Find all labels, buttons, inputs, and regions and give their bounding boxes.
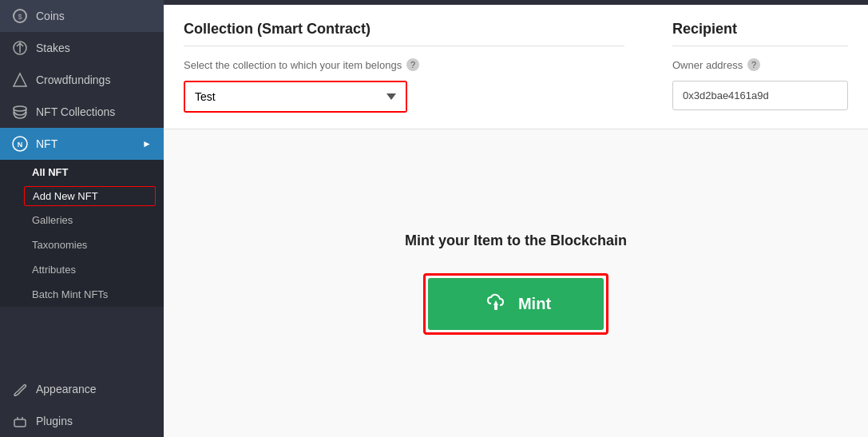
mint-button-label: Mint <box>518 295 551 313</box>
svg-marker-3 <box>14 73 26 86</box>
sidebar-item-crowdfundings[interactable]: Crowdfundings <box>0 64 164 96</box>
nft-submenu: All NFT Add New NFT Galleries Taxonomies… <box>0 160 164 307</box>
owner-address-input[interactable] <box>672 81 848 110</box>
sidebar-item-stakes[interactable]: Stakes <box>0 32 164 64</box>
recipient-panel: Recipient Owner address ? <box>672 21 848 113</box>
content-area: Collection (Smart Contract) Select the c… <box>164 5 868 437</box>
sidebar-item-coins[interactable]: $ Coins <box>0 0 164 32</box>
collection-recipient-row: Collection (Smart Contract) Select the c… <box>164 5 868 129</box>
svg-text:$: $ <box>18 13 22 21</box>
mint-button[interactable]: Mint <box>428 278 604 330</box>
sidebar-item-label-plugins: Plugins <box>36 415 73 427</box>
recipient-title: Recipient <box>672 21 848 46</box>
collection-title: Collection (Smart Contract) <box>184 21 624 46</box>
collection-dropdown-wrapper: Test Other Collection <box>184 81 407 113</box>
collection-help-icon[interactable]: ? <box>406 58 419 71</box>
collection-label: Select the collection to which your item… <box>184 58 624 71</box>
sidebar-item-label-appearance: Appearance <box>36 383 97 395</box>
coin-icon: $ <box>12 8 28 24</box>
brush-icon <box>12 381 28 397</box>
sidebar-item-label-nft-collections: NFT Collections <box>36 105 115 118</box>
svg-text:N: N <box>18 141 23 149</box>
collection-panel: Collection (Smart Contract) Select the c… <box>184 21 624 113</box>
svg-rect-9 <box>494 305 497 310</box>
cloud-upload-icon <box>481 289 506 319</box>
svg-point-4 <box>14 106 26 111</box>
mint-section-title: Mint your Item to the Blockchain <box>405 232 627 249</box>
submenu-all-nft[interactable]: All NFT <box>0 160 164 185</box>
sidebar: $ Coins Stakes Crowdfundings NFT Collect… <box>0 0 164 437</box>
sidebar-item-label-nft: NFT <box>36 137 57 150</box>
plugin-icon <box>12 413 28 429</box>
sidebar-item-label-coins: Coins <box>36 10 65 22</box>
stakes-icon <box>12 40 28 56</box>
owner-address-label: Owner address ? <box>672 58 848 71</box>
sidebar-item-plugins[interactable]: Plugins <box>0 405 164 437</box>
mint-button-wrapper: Mint <box>423 273 608 335</box>
submenu-batch-mint[interactable]: Batch Mint NFTs <box>0 282 164 307</box>
nft-icon: N <box>12 136 28 152</box>
mint-section: Mint your Item to the Blockchain Mint <box>164 129 868 437</box>
sidebar-item-label-crowdfundings: Crowdfundings <box>36 73 110 86</box>
submenu-add-new-nft[interactable]: Add New NFT <box>24 186 156 206</box>
submenu-taxonomies[interactable]: Taxonomies <box>0 232 164 257</box>
sidebar-item-appearance[interactable]: Appearance <box>0 373 164 405</box>
svg-rect-7 <box>14 419 26 427</box>
sidebar-item-label-stakes: Stakes <box>36 42 70 54</box>
crowdfundings-icon <box>12 72 28 88</box>
chevron-right-icon: ► <box>142 138 152 149</box>
svg-marker-8 <box>493 300 498 305</box>
recipient-help-icon[interactable]: ? <box>747 58 760 71</box>
sidebar-item-nft[interactable]: N NFT ► <box>0 128 164 160</box>
collection-dropdown[interactable]: Test Other Collection <box>185 82 406 111</box>
main-content: Collection (Smart Contract) Select the c… <box>164 0 868 437</box>
submenu-attributes[interactable]: Attributes <box>0 257 164 282</box>
nft-collections-icon <box>12 104 28 120</box>
sidebar-item-nft-collections[interactable]: NFT Collections <box>0 96 164 128</box>
submenu-galleries[interactable]: Galleries <box>0 208 164 232</box>
